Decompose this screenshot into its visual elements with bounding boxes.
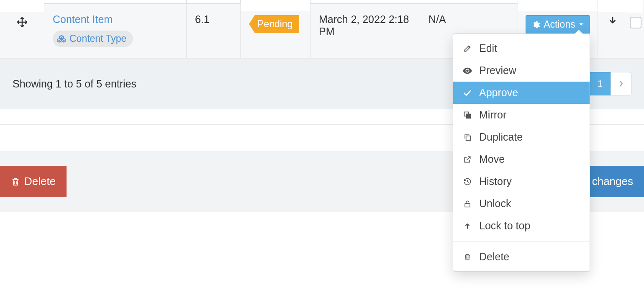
history-icon (462, 177, 472, 186)
menu-separator (453, 241, 590, 241)
move-down-button[interactable] (598, 4, 627, 58)
arrow-up-icon (462, 222, 472, 230)
menu-preview-label: Preview (479, 64, 516, 77)
pager-page-1[interactable]: 1 (590, 72, 611, 95)
menu-delete-label: Delete (479, 251, 509, 263)
content-type-label: Content Type (69, 33, 126, 44)
menu-lock-to-top[interactable]: Lock to top (453, 215, 590, 237)
na-value: N/A (428, 13, 509, 26)
pager-next[interactable] (611, 72, 631, 95)
trash-icon (462, 252, 472, 262)
actions-dropdown-menu: Edit Preview Approve Mirror Duplicate Mo… (453, 33, 590, 272)
save-label: changes (592, 175, 633, 188)
entries-info: Showing 1 to 5 of 5 entries (13, 78, 136, 90)
unlock-icon (462, 199, 472, 208)
menu-edit[interactable]: Edit (453, 37, 590, 59)
external-link-icon (462, 155, 472, 164)
row-select-checkbox[interactable] (627, 4, 644, 58)
move-icon (16, 16, 28, 28)
menu-history[interactable]: History (453, 170, 590, 193)
status-badge: Pending (249, 15, 299, 33)
menu-preview[interactable]: Preview (453, 59, 590, 82)
menu-lock-top-label: Lock to top (479, 220, 530, 232)
version-value: 6.1 (195, 13, 232, 26)
svg-rect-3 (465, 203, 470, 207)
menu-edit-label: Edit (479, 42, 497, 54)
duplicate-icon (462, 133, 472, 141)
menu-duplicate-label: Duplicate (479, 131, 523, 143)
check-icon (462, 89, 472, 97)
svg-rect-1 (467, 114, 471, 118)
menu-approve-label: Approve (479, 87, 518, 99)
menu-mirror-label: Mirror (479, 109, 506, 121)
trash-icon (11, 176, 20, 187)
mirror-icon (462, 111, 472, 119)
table-header-sliver (0, 0, 644, 4)
menu-approve[interactable]: Approve (453, 82, 590, 104)
menu-move[interactable]: Move (453, 148, 590, 170)
menu-duplicate[interactable]: Duplicate (453, 126, 590, 148)
svg-rect-2 (466, 136, 471, 140)
arrow-down-icon (608, 16, 617, 26)
drag-handle[interactable] (0, 4, 44, 58)
menu-unlock[interactable]: Unlock (453, 193, 590, 215)
delete-button[interactable]: Delete (0, 166, 67, 197)
eye-icon (462, 67, 472, 74)
menu-unlock-label: Unlock (479, 198, 511, 210)
menu-history-label: History (479, 175, 512, 188)
actions-label: Actions (544, 19, 575, 30)
checkbox-icon (630, 17, 641, 28)
content-title-link[interactable]: Content Item (53, 13, 178, 26)
modified-date: March 2, 2022 2:18 PM (319, 13, 411, 38)
cubes-icon (57, 35, 66, 43)
edit-icon (462, 44, 472, 53)
menu-delete[interactable]: Delete (453, 246, 590, 268)
delete-label: Delete (24, 175, 56, 188)
content-type-pill[interactable]: Content Type (53, 31, 133, 47)
gear-icon (532, 21, 540, 29)
menu-mirror[interactable]: Mirror (453, 104, 590, 126)
caret-down-icon (579, 23, 584, 26)
menu-move-label: Move (479, 153, 505, 165)
